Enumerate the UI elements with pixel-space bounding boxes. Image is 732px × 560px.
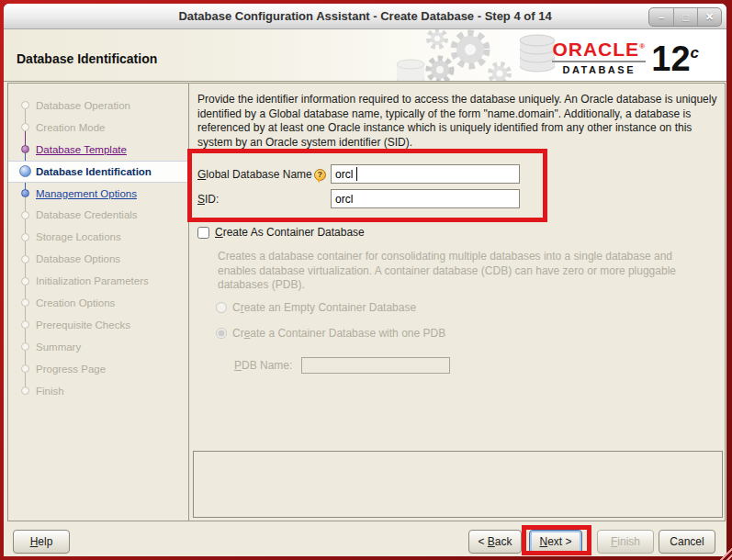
step-dot (21, 123, 29, 131)
help-button[interactable]: Help (13, 530, 70, 554)
sidebar-item-database-operation: Database Operation (8, 95, 188, 117)
close-icon: ✕ (705, 11, 714, 23)
sidebar-item-management-options[interactable]: Management Options (8, 183, 188, 205)
step-dot (21, 386, 29, 395)
sidebar-item-summary: Summary (8, 336, 188, 358)
logo-version: 12c (651, 37, 699, 75)
step-dot (21, 233, 29, 241)
container-db-one-pdb-radio (216, 328, 227, 339)
gears-graphic (389, 29, 573, 82)
sid-input[interactable] (331, 189, 520, 208)
step-dot (21, 189, 29, 197)
titlebar[interactable]: Database Configuration Assistant - Creat… (4, 4, 726, 29)
sidebar-item-storage-locations: Storage Locations (8, 226, 188, 248)
sidebar-item-database-identification: Database Identification (8, 161, 188, 183)
back-button[interactable]: < Back (468, 530, 522, 554)
sid-label: SID: (197, 193, 219, 206)
window-frame: Database Configuration Assistant - Creat… (0, 0, 732, 560)
pdb-name-label: PDB Name: (234, 359, 292, 372)
dbca-window: Database Configuration Assistant - Creat… (4, 4, 726, 556)
create-container-db-row: Create As Container Database (197, 226, 365, 239)
step-dot (21, 298, 29, 307)
pdb-name-input (301, 357, 450, 374)
page-header: Database Identification ORACLE® DATABASE… (4, 29, 726, 82)
step-dot (21, 364, 29, 373)
global-database-name-row: Global Database Name ? (197, 164, 326, 185)
close-button[interactable]: ✕ (697, 8, 721, 26)
text-caret (356, 167, 357, 181)
sid-row: SID: (197, 189, 219, 209)
cancel-button[interactable]: Cancel (659, 530, 715, 554)
maximize-button[interactable]: □ (673, 8, 697, 26)
sidebar-item-creation-options: Creation Options (8, 292, 188, 314)
pdb-name-row: PDB Name: (234, 357, 450, 374)
message-area (193, 451, 723, 518)
wizard-steps-sidebar: Database Operation Creation Mode Databas… (8, 84, 189, 521)
oracle-wordmark: ORACLE® (552, 37, 646, 59)
page-title: Database Identification (17, 51, 157, 66)
sidebar-item-finish: Finish (8, 380, 188, 402)
create-container-db-checkbox[interactable] (197, 227, 209, 239)
container-db-one-pdb-label: Create a Container Database with one PDB (232, 327, 445, 340)
minimize-button[interactable]: – (649, 8, 673, 26)
step-dot (21, 277, 29, 286)
sidebar-item-database-credentials: Database Credentials (8, 204, 188, 226)
minimize-icon: – (659, 12, 664, 23)
logo-rule (552, 61, 646, 62)
sidebar-item-progress-page: Progress Page (8, 358, 188, 380)
step-dot (19, 165, 31, 177)
step-content: Provide the identifier information requi… (190, 84, 725, 521)
step-dot (21, 342, 29, 351)
step-dot (21, 101, 29, 109)
maximize-icon: □ (682, 12, 689, 23)
sidebar-item-creation-mode: Creation Mode (8, 117, 188, 139)
global-database-name-wrap (197, 164, 326, 185)
oracle-database-12c-logo: ORACLE® DATABASE 12c (552, 37, 699, 75)
logo-product: DATABASE (563, 64, 636, 75)
sidebar-item-database-template[interactable]: Database Template (8, 139, 188, 161)
empty-container-db-label: Create an Empty Container Database (232, 301, 416, 314)
step-description: Provide the identifier information requi… (197, 93, 719, 150)
window-controls: – □ ✕ (648, 7, 722, 27)
step-dot (21, 320, 29, 329)
step-dot (21, 211, 29, 219)
window-title: Database Configuration Assistant - Creat… (178, 9, 551, 23)
wizard-panels: Database Operation Creation Mode Databas… (7, 83, 726, 521)
step-dot (21, 145, 29, 153)
sidebar-item-database-options: Database Options (8, 248, 188, 270)
container-db-info-text: Creates a database container for consoli… (218, 250, 699, 293)
next-button[interactable]: Next > (529, 530, 582, 554)
container-db-one-pdb-option: Create a Container Database with one PDB (216, 327, 445, 340)
sidebar-item-prerequisite-checks: Prerequisite Checks (8, 314, 188, 336)
empty-container-db-option: Create an Empty Container Database (216, 301, 416, 314)
sidebar-item-initialization-parameters: Initialization Parameters (8, 270, 188, 292)
create-container-db-label: Create As Container Database (215, 226, 365, 239)
button-bar: Help < Back Next > Finish Cancel (4, 521, 726, 556)
empty-container-db-radio (216, 302, 227, 313)
finish-button: Finish (597, 530, 654, 554)
step-dot (21, 255, 29, 263)
global-database-name-input[interactable] (331, 164, 520, 184)
